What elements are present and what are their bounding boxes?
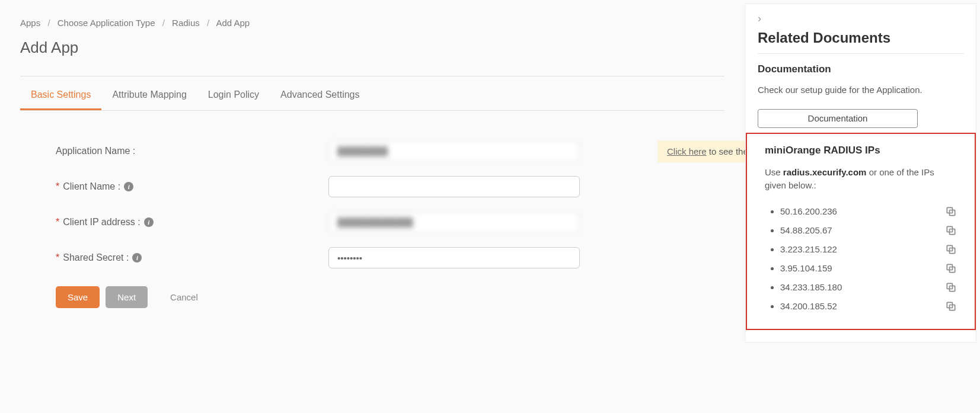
required-asterisk: * — [56, 252, 59, 263]
application-name-label: Application Name : — [56, 146, 328, 156]
side-panel: › Related Documents Documentation Check … — [745, 4, 976, 342]
panel-chevron-icon[interactable]: › — [758, 12, 964, 25]
breadcrumb: Apps / Choose Application Type / Radius … — [20, 18, 724, 28]
tab-login-policy[interactable]: Login Policy — [197, 81, 270, 110]
copy-icon[interactable] — [945, 262, 957, 274]
divider — [20, 76, 724, 76]
client-ip-label: *Client IP address : i — [56, 217, 328, 228]
documentation-heading: Documentation — [758, 63, 964, 75]
breadcrumb-current: Add App — [216, 18, 250, 28]
label-text: Client IP address : — [63, 217, 140, 228]
label-text: Client Name : — [63, 181, 120, 192]
breadcrumb-sep: / — [162, 18, 165, 28]
radius-ips-description: Use radius.xecurify.com or one of the IP… — [765, 166, 957, 193]
shared-secret-label: *Shared Secret : i — [56, 252, 328, 263]
ip-list: 50.16.200.236 54.88.205.67 3.223.215.122 — [765, 202, 957, 316]
breadcrumb-apps[interactable]: Apps — [20, 18, 40, 28]
required-asterisk: * — [56, 181, 59, 192]
breadcrumb-sep: / — [47, 18, 50, 28]
copy-icon[interactable] — [945, 206, 957, 217]
copy-icon[interactable] — [945, 300, 957, 312]
ip-address: 34.233.185.180 — [780, 282, 842, 292]
click-here-link[interactable]: Click here — [667, 146, 707, 156]
tab-advanced-settings[interactable]: Advanced Settings — [270, 81, 370, 110]
ips-domain: radius.xecurify.com — [783, 167, 867, 177]
client-name-label: *Client Name : i — [56, 181, 328, 192]
required-asterisk: * — [56, 217, 59, 228]
documentation-button[interactable]: Documentation — [758, 109, 918, 128]
panel-title: Related Documents — [758, 30, 964, 46]
info-icon[interactable]: i — [124, 182, 133, 191]
cancel-button[interactable]: Cancel — [158, 286, 210, 308]
radius-ips-box: miniOrange RADIUS IPs Use radius.xecurif… — [746, 133, 976, 330]
breadcrumb-choose-type[interactable]: Choose Application Type — [58, 18, 155, 28]
ip-address: 54.88.205.67 — [780, 225, 832, 235]
info-icon[interactable]: i — [144, 217, 154, 227]
copy-icon[interactable] — [945, 225, 957, 236]
page-title: Add App — [20, 39, 724, 57]
application-name-input[interactable] — [328, 140, 580, 162]
tabs: Basic Settings Attribute Mapping Login P… — [20, 81, 724, 111]
ips-use-text: Use — [765, 167, 783, 177]
save-button[interactable]: Save — [56, 286, 100, 308]
breadcrumb-radius[interactable]: Radius — [172, 18, 200, 28]
tab-basic-settings[interactable]: Basic Settings — [20, 81, 101, 110]
client-ip-input[interactable] — [328, 212, 580, 233]
shared-secret-input[interactable] — [328, 247, 580, 268]
panel-divider — [758, 53, 964, 54]
ip-address: 3.223.215.122 — [780, 244, 837, 254]
breadcrumb-sep: / — [207, 18, 209, 28]
tab-attribute-mapping[interactable]: Attribute Mapping — [101, 81, 197, 110]
documentation-text: Check our setup guide for the Applicatio… — [758, 84, 964, 97]
next-button[interactable]: Next — [106, 286, 148, 308]
copy-icon[interactable] — [945, 244, 957, 255]
radius-ips-heading: miniOrange RADIUS IPs — [765, 145, 957, 156]
ip-address: 3.95.104.159 — [780, 263, 832, 273]
info-icon[interactable]: i — [132, 253, 142, 262]
client-name-input[interactable] — [328, 176, 580, 197]
ip-address: 50.16.200.236 — [780, 206, 837, 216]
copy-icon[interactable] — [945, 281, 957, 293]
label-text: Shared Secret : — [63, 252, 129, 263]
label-text: Application Name : — [56, 146, 135, 156]
ip-address: 34.200.185.52 — [780, 301, 837, 311]
